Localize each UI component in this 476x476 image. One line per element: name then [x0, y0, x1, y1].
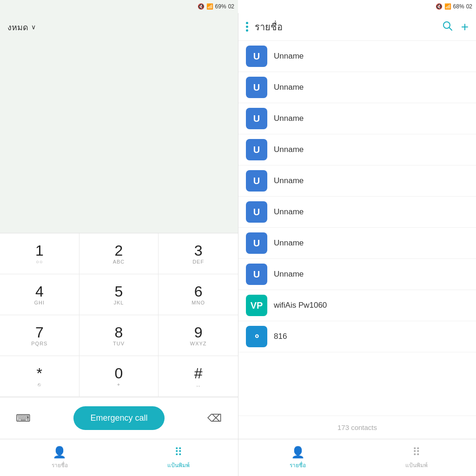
contact-name-4: Unname: [274, 176, 304, 185]
contact-avatar-8: VP: [246, 295, 267, 316]
contact-item-4[interactable]: UUnname: [238, 165, 476, 197]
dialpad-key-1[interactable]: 1 ○○: [0, 233, 79, 274]
nav-dialpad-left[interactable]: ⠿ แป้นพิมพ์: [119, 446, 238, 469]
contact-item-9[interactable]: ⚬816: [238, 321, 476, 352]
dialer-header-title: งหมด: [7, 20, 28, 34]
mute-icon: 🔇: [198, 3, 205, 10]
status-bar: 🔇 📶 69% 02 🔇 📶 68% 02: [0, 0, 476, 13]
contacts-footer: 173 contacts: [238, 416, 476, 439]
bottom-nav-right: 👤 รายชื่อ ⠿ แป้นพิมพ์: [238, 439, 476, 476]
header-menu-dots[interactable]: [246, 22, 248, 32]
contacts-list: UUnnameUUnnameUUnnameUUnnameUUnnameUUnna…: [238, 41, 476, 416]
dialer-display: [0, 41, 238, 233]
wifi-icon-right: 📶: [444, 3, 451, 10]
contact-name-7: Unname: [274, 270, 304, 279]
dialpad-key-hash[interactable]: # ,,: [159, 356, 238, 397]
dot-2: [246, 26, 248, 28]
dialpad-key-7[interactable]: 7 PQRS: [0, 315, 79, 356]
battery-left: 69%: [215, 3, 226, 10]
contact-avatar-4: U: [246, 170, 267, 192]
nav-contacts-label: รายชื่อ: [52, 461, 68, 469]
wifi-icon: 📶: [206, 3, 213, 10]
nav-contacts-left[interactable]: 👤 รายชื่อ: [0, 446, 119, 469]
nav-contacts-label-right: รายชื่อ: [290, 461, 306, 469]
person-icon-right: 👤: [291, 446, 305, 459]
dialpad-key-2[interactable]: 2 ABC: [79, 233, 159, 274]
dialpad-key-0[interactable]: 0 +: [79, 356, 159, 397]
dialpad: 1 ○○ 2 ABC 3 DEF 4 GHI 5 JKL 6 MNO 7 PQR…: [0, 233, 238, 397]
contact-avatar-2: U: [246, 108, 267, 129]
contact-name-6: Unname: [274, 238, 304, 248]
contact-name-2: Unname: [274, 114, 304, 123]
contact-avatar-5: U: [246, 201, 267, 223]
nav-dialpad-right[interactable]: ⠿ แป้นพิมพ์: [357, 446, 476, 469]
contact-item-5[interactable]: UUnname: [238, 197, 476, 228]
chevron-down-icon[interactable]: ∨: [31, 23, 36, 31]
dialer-header: งหมด ∨: [0, 13, 238, 41]
contact-avatar-6: U: [246, 232, 267, 254]
contact-name-0: Unname: [274, 52, 304, 61]
contacts-header: รายชื่อ +: [238, 13, 476, 41]
backspace-button[interactable]: ⌫: [203, 406, 227, 430]
contact-item-6[interactable]: UUnname: [238, 228, 476, 259]
contact-item-1[interactable]: UUnname: [238, 72, 476, 103]
dialpad-key-9[interactable]: 9 WXYZ: [159, 315, 238, 356]
signal-left: 02: [228, 3, 234, 10]
contact-avatar-3: U: [246, 139, 267, 160]
svg-line-1: [449, 27, 452, 30]
contact-item-3[interactable]: UUnname: [238, 134, 476, 165]
dialpad-key-3[interactable]: 3 DEF: [159, 233, 238, 274]
backspace-icon: ⌫: [207, 412, 222, 424]
status-bar-left: 🔇 📶 69% 02: [0, 0, 238, 13]
dialer-panel: งหมด ∨ 1 ○○ 2 ABC 3 DEF 4 GHI 5 JKL 6 MN…: [0, 0, 238, 476]
search-icon[interactable]: [442, 20, 453, 34]
dialpad-key-5[interactable]: 5 JKL: [79, 274, 159, 315]
contact-avatar-7: U: [246, 264, 267, 285]
contact-avatar-0: U: [246, 46, 267, 67]
contact-avatar-9: ⚬: [246, 326, 267, 347]
keyboard-button[interactable]: ⌨: [11, 406, 35, 430]
contact-name-5: Unname: [274, 207, 304, 217]
contact-item-0[interactable]: UUnname: [238, 41, 476, 72]
dot-1: [246, 22, 248, 24]
dialpad-key-star[interactable]: * ⎋: [0, 356, 79, 397]
dot-3: [246, 29, 248, 32]
status-bar-right: 🔇 📶 68% 02: [238, 0, 476, 13]
person-icon: 👤: [53, 446, 66, 459]
bottom-nav-left: 👤 รายชื่อ ⠿ แป้นพิมพ์: [0, 439, 238, 476]
contact-item-7[interactable]: UUnname: [238, 259, 476, 290]
dialpad-actions: ⌨ Emergency call ⌫: [0, 397, 238, 439]
contact-name-8: wifiAis Pw1060: [274, 301, 327, 310]
grid-icon: ⠿: [174, 446, 183, 459]
contact-name-3: Unname: [274, 145, 304, 154]
contact-item-8[interactable]: VPwifiAis Pw1060: [238, 290, 476, 321]
keyboard-icon: ⌨: [16, 412, 31, 424]
battery-right: 68%: [453, 3, 464, 10]
nav-dialpad-label: แป้นพิมพ์: [167, 461, 190, 469]
contact-avatar-1: U: [246, 77, 267, 98]
signal-right: 02: [466, 3, 472, 10]
dialpad-key-6[interactable]: 6 MNO: [159, 274, 238, 315]
contacts-panel: รายชื่อ + UUnnameUUnnameUUnnameUUnnameUU…: [238, 0, 476, 476]
contacts-title: รายชื่อ: [255, 20, 438, 34]
add-contact-icon[interactable]: +: [461, 20, 469, 34]
grid-icon-right: ⠿: [412, 446, 421, 459]
nav-contacts-right[interactable]: 👤 รายชื่อ: [238, 446, 357, 469]
nav-dialpad-label-right: แป้นพิมพ์: [405, 461, 428, 469]
mute-icon-right: 🔇: [436, 3, 443, 10]
dialpad-key-8[interactable]: 8 TUV: [79, 315, 159, 356]
contact-item-2[interactable]: UUnname: [238, 103, 476, 134]
contact-name-1: Unname: [274, 83, 304, 92]
contact-name-9: 816: [274, 332, 287, 341]
dialpad-key-4[interactable]: 4 GHI: [0, 274, 79, 315]
emergency-call-button[interactable]: Emergency call: [73, 406, 164, 430]
